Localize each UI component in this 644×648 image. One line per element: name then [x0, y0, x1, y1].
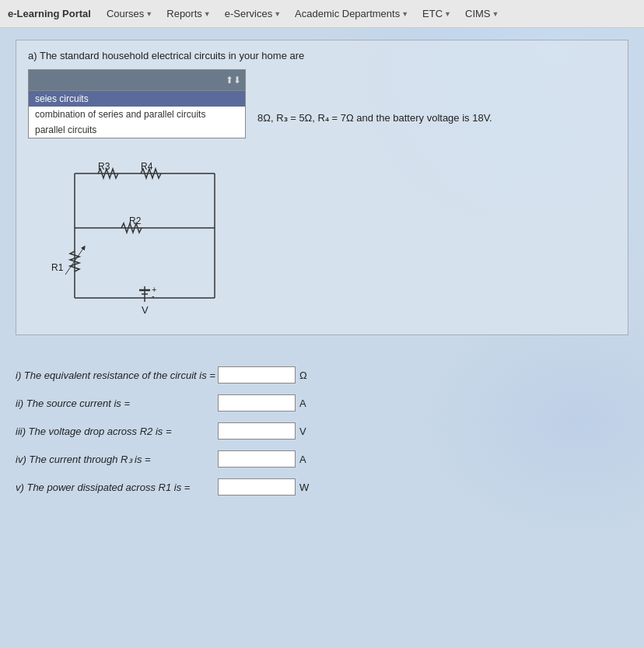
resistance-info: 8Ω, R₃ = 5Ω, R₄ = 7Ω and the battery vol… [257, 112, 492, 124]
answer-label-1: i) The equivalent resistance of the circ… [16, 370, 218, 381]
battery-v-label: V [142, 304, 149, 316]
answer-row-1: i) The equivalent resistance of the circ… [16, 366, 628, 384]
nav-eservices[interactable]: e-Services ▼ [219, 5, 287, 23]
answer-unit-4: A [299, 454, 306, 465]
question-box: a) The standard household electrical cir… [16, 40, 628, 335]
answer-unit-1: Ω [299, 370, 307, 381]
nav-academic-label: Academic Departments [295, 8, 400, 19]
dropdown-options: seies circuits combination of series and… [28, 91, 246, 138]
dropdown-option-combination[interactable]: combination of series and parallel circu… [29, 107, 245, 122]
nav-brand: e-Learning Portal [8, 8, 91, 19]
answer-row-2: ii) The source current is = A [16, 394, 628, 412]
answer-row-3: iii) The voltage drop across R2 is = V [16, 422, 628, 440]
nav-eservices-label: e-Services [225, 8, 272, 19]
answer-unit-2: A [299, 398, 306, 409]
nav-cims[interactable]: CIMS ▼ [459, 5, 505, 23]
chevron-down-icon: ▼ [492, 10, 499, 18]
nav-etc-label: ETC [422, 8, 443, 19]
svg-text:-: - [152, 291, 155, 300]
nav-reports[interactable]: Reports ▼ [160, 5, 216, 23]
answer-row-5: v) The power dissipated across R1 is = W [16, 478, 628, 496]
answer-input-4[interactable] [218, 450, 296, 468]
circuit-svg: R1 R3 R4 R2 [36, 150, 254, 321]
answer-input-1[interactable] [218, 366, 296, 384]
answer-input-5[interactable] [218, 478, 296, 496]
nav-academic[interactable]: Academic Departments ▼ [289, 5, 415, 23]
dropdown-option-series[interactable]: seies circuits [29, 91, 245, 107]
answer-label-4: iv) The current through R₃ is = [16, 454, 218, 465]
answer-unit-5: W [299, 482, 309, 493]
answer-label-3: iii) The voltage drop across R2 is = [16, 426, 218, 437]
nav-courses-label: Courses [107, 8, 144, 19]
dropdown-option-parallel[interactable]: parallel circuits [29, 122, 245, 138]
circuit-diagram: R1 R3 R4 R2 [36, 150, 616, 321]
nav-cims-label: CIMS [465, 8, 491, 19]
chevron-down-icon: ▼ [204, 10, 211, 18]
answer-input-3[interactable] [218, 422, 296, 440]
nav-reports-label: Reports [166, 8, 202, 19]
answer-input-2[interactable] [218, 394, 296, 412]
chevron-down-icon: ▼ [145, 10, 152, 18]
nav-etc[interactable]: ETC ▼ [416, 5, 457, 23]
chevron-down-icon: ▼ [274, 10, 281, 18]
nav-courses[interactable]: Courses ▼ [100, 5, 159, 23]
answers-section: i) The equivalent resistance of the circ… [0, 359, 644, 514]
answer-label-5: v) The power dissipated across R1 is = [16, 482, 218, 493]
dropdown-arrow-icon: ⬆⬇ [226, 75, 241, 86]
answer-label-2: ii) The source current is = [16, 398, 218, 409]
r1-label: R1 [51, 262, 64, 273]
question-title: a) The standard household electrical cir… [28, 50, 616, 61]
dropdown-box[interactable]: ⬆⬇ [28, 69, 246, 91]
chevron-down-icon: ▼ [401, 10, 408, 18]
main-content: a) The standard household electrical cir… [0, 28, 644, 359]
navbar: e-Learning Portal Courses ▼ Reports ▼ e-… [0, 0, 644, 28]
answer-unit-3: V [299, 426, 306, 437]
dropdown-container: ⬆⬇ seies circuits combination of series … [28, 69, 246, 138]
answer-row-4: iv) The current through R₃ is = A [16, 450, 628, 468]
chevron-down-icon: ▼ [444, 10, 451, 18]
